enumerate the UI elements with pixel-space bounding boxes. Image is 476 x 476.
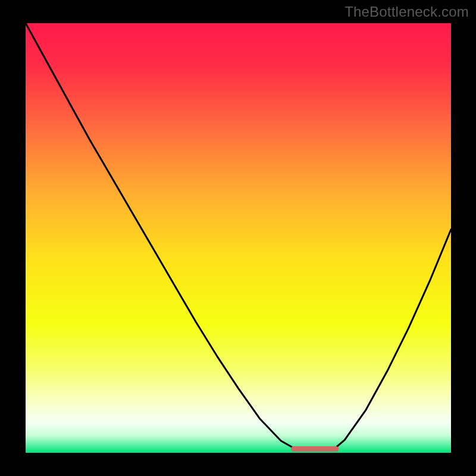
chart-frame: TheBottleneck.com (0, 0, 476, 476)
watermark-text: TheBottleneck.com (345, 4, 469, 20)
plot-svg (26, 23, 451, 453)
plot-area (26, 23, 451, 453)
